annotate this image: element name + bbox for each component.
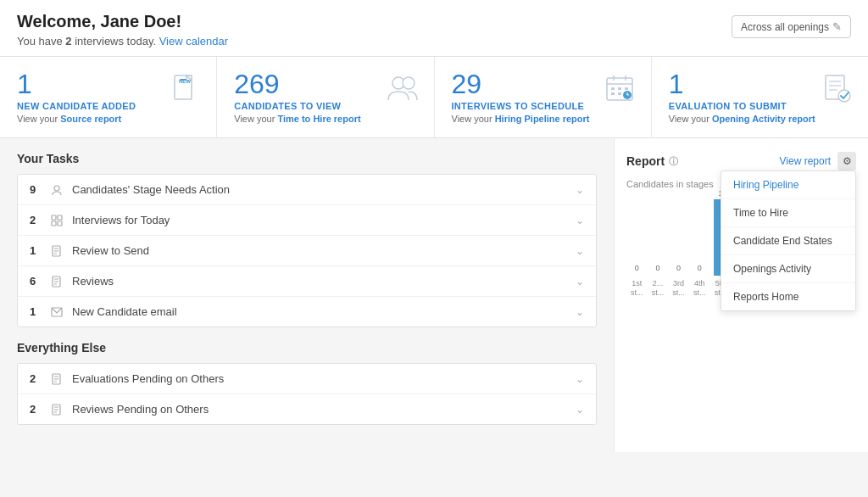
chevron-down-icon: ⌄: [576, 373, 584, 385]
svg-rect-26: [52, 221, 56, 226]
stat-sub-4: View your Opening Activity report: [669, 114, 851, 124]
chart-bar: [671, 274, 686, 276]
task-item[interactable]: 2 Interviews for Today ⌄: [18, 205, 596, 236]
chart-bar-group: 04th st...: [693, 264, 707, 298]
task-item[interactable]: 1 Review to Send ⌄: [18, 236, 596, 266]
report-title: Report ⓘ: [626, 154, 678, 168]
doc-icon: [47, 276, 67, 288]
task-count: 1: [30, 244, 47, 257]
doc-icon: [47, 373, 67, 385]
everything-else-list: 2 Evaluations Pending on Others ⌄ 2 Revi…: [17, 363, 597, 425]
view-calendar-link[interactable]: View calendar: [159, 35, 228, 47]
task-item[interactable]: 2 Reviews Pending on Others ⌄: [18, 394, 596, 424]
chart-bar-value: 0: [676, 264, 681, 272]
across-all-openings-button[interactable]: Across all openings ✎: [732, 15, 851, 38]
doc-icon: [47, 245, 67, 257]
stat-sub-3: View your Hiring Pipeline report: [452, 114, 634, 124]
dropdown-item-candidate-end-states[interactable]: Candidate End States: [721, 227, 855, 255]
chart-x-label: 1st st...: [630, 279, 644, 298]
task-label: Review to Send: [72, 244, 576, 257]
stat-sub-1: View your Source report: [17, 114, 199, 124]
page-title: Welcome, Jane Doe!: [17, 12, 228, 31]
info-icon: ⓘ: [669, 155, 678, 168]
everything-else-title: Everything Else: [17, 341, 597, 355]
dropdown-item-reports-home[interactable]: Reports Home: [721, 283, 855, 310]
task-label: Reviews: [72, 275, 576, 288]
chart-bar-group: 01st st...: [630, 264, 644, 298]
dropdown-item-openings-activity[interactable]: Openings Activity: [721, 255, 855, 283]
task-count: 6: [30, 275, 47, 288]
svg-point-23: [54, 186, 59, 191]
view-report-link[interactable]: View report: [780, 155, 831, 167]
task-count: 9: [30, 183, 47, 196]
your-tasks-list: 9 Candidates' Stage Needs Action ⌄ 2 Int…: [17, 174, 597, 327]
grid-icon: [47, 215, 67, 226]
email-icon: [47, 307, 67, 317]
chart-bar-value: 0: [655, 264, 659, 272]
chart-x-label: 4th st...: [693, 279, 707, 298]
svg-rect-11: [618, 87, 621, 90]
task-item[interactable]: 9 Candidates' Stage Needs Action ⌄: [18, 175, 596, 205]
svg-rect-27: [58, 221, 62, 226]
task-label: New Candidate email: [72, 305, 576, 318]
task-label: Evaluations Pending on Others: [72, 372, 576, 385]
chevron-down-icon: ⌄: [576, 215, 584, 226]
chevron-down-icon: ⌄: [576, 184, 584, 196]
new-file-icon: NEW: [167, 70, 203, 106]
stat-card-evaluation[interactable]: 1 EVALUATION TO SUBMIT View your Opening…: [652, 57, 868, 137]
person-icon: [47, 184, 67, 196]
stat-cards-row: 1 NEW CANDIDATE ADDED View your Source r…: [0, 57, 868, 138]
candidates-icon: [385, 70, 420, 106]
interview-subtitle: You have 2 interviews today. View calend…: [17, 35, 228, 47]
task-label: Interviews for Today: [72, 214, 576, 226]
svg-rect-24: [52, 215, 56, 220]
across-btn-label: Across all openings: [741, 21, 829, 33]
svg-rect-25: [58, 215, 62, 220]
task-label: Reviews Pending on Others: [72, 403, 576, 416]
chart-bar-group: 03rd st...: [671, 264, 686, 298]
report-gear-button[interactable]: ⚙: [837, 152, 856, 170]
dropdown-item-hiring-pipeline[interactable]: Hiring Pipeline: [721, 171, 855, 199]
chart-bar-value: 0: [698, 264, 702, 272]
svg-point-5: [403, 77, 415, 89]
stat-card-new-candidate[interactable]: 1 NEW CANDIDATE ADDED View your Source r…: [0, 57, 217, 137]
task-item[interactable]: 1 New Candidate email ⌄: [18, 297, 596, 327]
task-item[interactable]: 2 Evaluations Pending on Others ⌄: [18, 364, 596, 394]
stat-card-interviews[interactable]: 29 INTERVIEWS TO SCHEDULE View your Hiri…: [435, 57, 652, 137]
chevron-down-icon: ⌄: [576, 404, 584, 416]
chart-bar: [693, 274, 707, 276]
edit-icon: ✎: [832, 20, 842, 33]
task-item[interactable]: 6 Reviews ⌄: [18, 266, 596, 297]
task-count: 2: [30, 403, 47, 416]
report-panel: Report ⓘ View report ⚙ Candidates in sta…: [614, 138, 868, 452]
stat-card-candidates[interactable]: 269 CANDIDATES TO VIEW View your Time to…: [217, 57, 434, 137]
chart-bar-value: 0: [635, 264, 639, 272]
chevron-down-icon: ⌄: [576, 306, 584, 318]
chart-x-label: 3rd st...: [671, 279, 686, 298]
svg-rect-14: [618, 92, 621, 95]
svg-rect-12: [625, 87, 628, 90]
chart-x-label: 2... st...: [651, 279, 665, 298]
calendar-icon: [602, 70, 637, 106]
chart-bar-group: 02... st...: [651, 264, 665, 298]
task-label: Candidates' Stage Needs Action: [72, 183, 576, 196]
svg-rect-10: [611, 87, 615, 90]
stat-sub-2: View your Time to Hire report: [234, 114, 416, 124]
task-count: 2: [30, 372, 47, 385]
your-tasks-title: Your Tasks: [17, 152, 597, 165]
chart-bar: [630, 274, 644, 276]
dropdown-item-time-to-hire[interactable]: Time to Hire: [721, 199, 855, 227]
svg-rect-13: [611, 92, 615, 95]
chevron-down-icon: ⌄: [576, 276, 584, 288]
task-count: 2: [30, 214, 47, 226]
checklist-icon: [819, 70, 854, 106]
report-wrapper: Candidates in stages 01st st...02... st.…: [615, 179, 868, 332]
chevron-down-icon: ⌄: [576, 245, 584, 257]
svg-text:NEW: NEW: [179, 79, 191, 84]
chart-bar: [651, 274, 665, 276]
doc-icon: [47, 404, 67, 416]
task-count: 1: [30, 305, 47, 318]
report-dropdown-menu: Hiring Pipeline Time to Hire Candidate E…: [721, 170, 856, 311]
